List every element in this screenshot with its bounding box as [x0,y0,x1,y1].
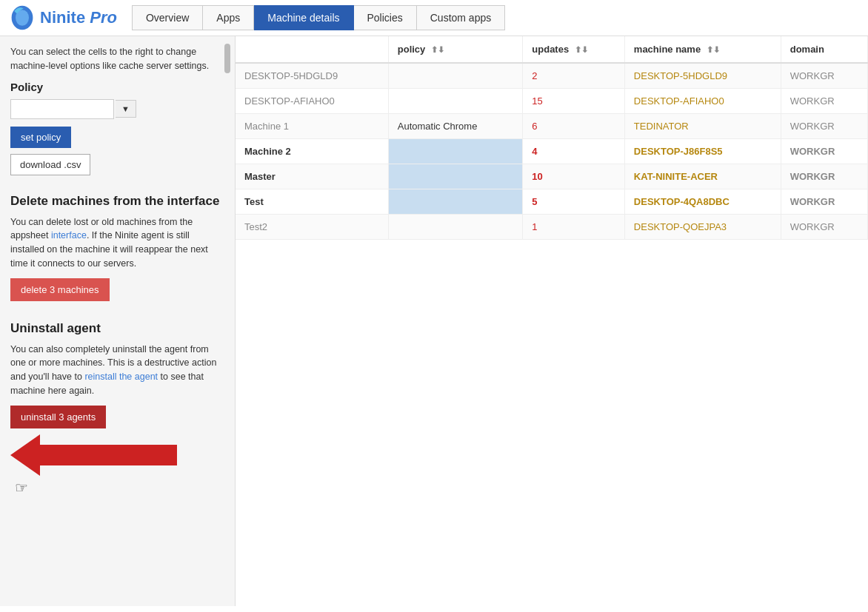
table-row: DESKTOP-AFIAHO0 15 DESKTOP-AFIAHO0 WORKG… [236,89,868,114]
updates-cell: 2 [523,63,625,89]
sidebar: You can select the cells to the right to… [0,36,236,606]
domain-cell: WORKGR [781,139,867,164]
machine-name-cell[interactable]: KAT-NINITE-ACER [624,164,781,189]
logo-icon [9,4,36,31]
policy-cell-selected[interactable] [388,139,523,164]
reinstall-link[interactable]: reinstall the agent [84,371,158,382]
machine-label[interactable]: Master [236,164,388,189]
machine-label[interactable]: Test2 [236,215,388,240]
delete-description: You can delete lost or old machines from… [10,215,224,271]
arrow-head-icon [10,434,40,476]
scroll-indicator [224,44,230,73]
policy-dropdown-container: Automatic Chrome ▼ [10,99,224,119]
table-row: Machine 1 Automatic Chrome 6 TEDINATOR W… [236,114,868,139]
tab-machine-details[interactable]: Machine details [254,5,353,30]
policy-cell[interactable] [388,63,523,89]
updates-cell: 4 [523,139,625,164]
policy-sort-icon: ⬆⬇ [431,45,444,54]
table-row: Test 5 DESKTOP-4QA8DBC WORKGR [236,189,868,215]
domain-cell: WORKGR [781,114,867,139]
col-policy[interactable]: policy ⬆⬇ [388,36,523,63]
machine-name-sort-icon: ⬆⬇ [707,45,720,54]
tab-overview[interactable]: Overview [132,5,203,30]
tab-apps[interactable]: Apps [203,5,254,30]
machine-label[interactable]: Machine 2 [236,139,388,164]
machine-name-cell[interactable]: TEDINATOR [624,114,781,139]
domain-cell: WORKGR [781,63,867,89]
col-machine-name[interactable]: machine name ⬆⬇ [624,36,781,63]
uninstall-description: You can also completely uninstall the ag… [10,343,224,398]
table-row: Test2 1 DESKTOP-QOEJPA3 WORKGR [236,215,868,240]
machine-name-cell[interactable]: DESKTOP-5HDGLD9 [624,63,781,89]
machines-table: policy ⬆⬇ updates ⬆⬇ machine name ⬆⬇ dom… [236,36,868,240]
nav-tabs: Overview Apps Machine details Policies C… [132,5,505,30]
uninstall-agents-button[interactable]: uninstall 3 agents [10,406,106,428]
machine-name-cell[interactable]: DESKTOP-QOEJPA3 [624,215,781,240]
policy-cell[interactable] [388,215,523,240]
table-header-row: policy ⬆⬇ updates ⬆⬇ machine name ⬆⬇ dom… [236,36,868,63]
domain-cell: WORKGR [781,189,867,215]
intro-text: You can select the cells to the right to… [10,45,224,73]
updates-cell: 10 [523,164,625,189]
tab-custom-apps[interactable]: Custom apps [417,5,505,30]
table-area: policy ⬆⬇ updates ⬆⬇ machine name ⬆⬇ dom… [236,36,868,606]
policy-cell-selected[interactable] [388,164,523,189]
machine-name-cell[interactable]: DESKTOP-J86F8S5 [624,139,781,164]
policy-cell-selected[interactable] [388,189,523,215]
main-layout: You can select the cells to the right to… [0,36,868,606]
domain-cell: WORKGR [781,89,867,114]
arrow-body [40,445,177,465]
updates-cell: 15 [523,89,625,114]
machine-name-cell[interactable]: DESKTOP-4QA8DBC [624,189,781,215]
appsheet-link[interactable]: interface [51,230,87,241]
policy-cell[interactable] [388,89,523,114]
domain-cell: WORKGR [781,215,867,240]
table-row: DESKTOP-5HDGLD9 2 DESKTOP-5HDGLD9 WORKGR [236,63,868,89]
updates-cell: 5 [523,189,625,215]
uninstall-heading: Uninstall agent [10,320,224,337]
logo: Ninite Pro [9,4,117,31]
header: Ninite Pro Overview Apps Machine details… [0,0,868,36]
machine-label[interactable]: DESKTOP-5HDGLD9 [236,63,388,89]
policy-heading: Policy [10,81,224,93]
policy-cell[interactable]: Automatic Chrome [388,114,523,139]
updates-cell: 1 [523,215,625,240]
machine-label[interactable]: Test [236,189,388,215]
col-machine [236,36,388,63]
delete-heading: Delete machines from the interface [10,193,224,209]
arrow-container: uninstall 3 agents [10,406,224,428]
arrow-graphic [10,434,224,476]
set-policy-button[interactable]: set policy [10,127,71,148]
machine-name-cell[interactable]: DESKTOP-AFIAHO0 [624,89,781,114]
logo-text: Ninite Pro [40,8,117,27]
policy-select[interactable]: Automatic Chrome [10,99,114,119]
dropdown-arrow-icon: ▼ [116,100,136,118]
updates-sort-icon: ⬆⬇ [575,45,588,54]
col-updates[interactable]: updates ⬆⬇ [523,36,625,63]
machine-label[interactable]: DESKTOP-AFIAHO0 [236,89,388,114]
download-csv-button[interactable]: download .csv [10,154,90,175]
machine-label[interactable]: Machine 1 [236,114,388,139]
table-row: Machine 2 4 DESKTOP-J86F8S5 WORKGR [236,139,868,164]
tab-policies[interactable]: Policies [354,5,417,30]
table-row: Master 10 KAT-NINITE-ACER WORKGR [236,164,868,189]
col-domain: domain [781,36,867,63]
cursor-icon: ☞ [15,479,224,497]
delete-machines-button[interactable]: delete 3 machines [10,278,110,301]
domain-cell: WORKGR [781,164,867,189]
updates-cell: 6 [523,114,625,139]
